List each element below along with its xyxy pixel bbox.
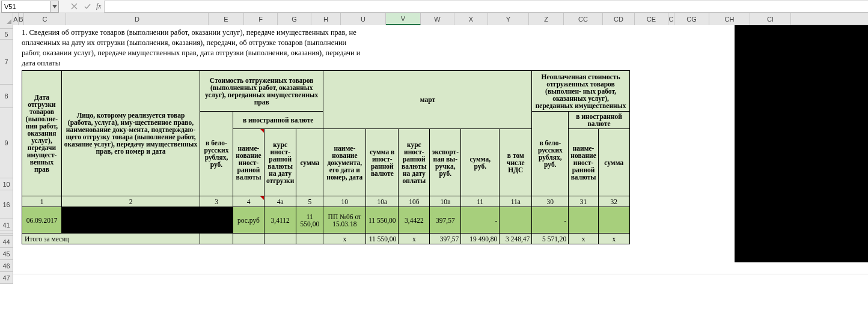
column-header[interactable]: A [13,13,19,25]
cell-sum: 11 550,00 [296,207,323,234]
column-header[interactable]: CC [564,13,603,25]
cell-currency: рос.руб [233,207,264,234]
cancel-formula-button[interactable] [67,1,81,13]
row-header[interactable]: 44 [0,236,13,248]
column-header-row: ABCDEFGHUVWXYZCCCDCECCGCHCI [0,13,868,25]
name-box[interactable]: V51 [1,1,50,13]
main-table: Дата отгрузки товаров (выполне- ния рабо… [22,70,630,244]
col-header-bel2: в бело- русских рублях, руб. [532,112,569,196]
section-title: 1. Сведения об отгрузке товаров (выполне… [22,28,364,68]
cell-doc: ПП №06 от 15.03.18 [323,207,366,234]
col-header-rate-ship: курс иност- ранной валюты на дату отгруз… [264,129,296,196]
col-header-cost-group: Стоимость отгруженных товаров (выполненн… [200,71,323,112]
col-header-sum-rub: сумма, руб. [461,129,500,196]
formula-bar: V51 fx [0,0,868,13]
cells-area[interactable]: 1. Сведения об отгрузке товаров (выполне… [13,25,868,284]
cell-unpaid-cur [569,207,598,234]
col-header-vat: в том числе НДС [500,129,532,196]
fx-label: fx [94,2,104,11]
column-header[interactable]: F [244,13,278,25]
col-header-date: Дата отгрузки товаров (выполне- ния рабо… [22,71,62,196]
column-header[interactable]: C [668,13,674,25]
col-header-doc: наиме- нование документа, его дата и ном… [323,129,366,196]
col-header-cur-name2: наиме- нование иност- ранной валюты [569,129,598,196]
column-header[interactable]: CH [709,13,750,25]
chevron-down-icon [52,5,57,8]
row-header[interactable]: 10 [0,178,13,190]
check-icon [84,3,91,10]
row-header[interactable]: 45 [0,248,13,260]
row-header[interactable]: 8 [0,85,13,108]
column-header[interactable]: Y [488,13,529,25]
column-header[interactable]: Z [529,13,564,25]
column-header[interactable]: X [454,13,488,25]
column-header[interactable]: W [421,13,454,25]
row-header[interactable]: 9 [0,108,13,178]
col-header-foreign-group: в иностранной валюте [233,112,323,129]
out-of-print-area [735,25,868,262]
col-header-person: Лицо, которому реализуется товар (работа… [62,71,200,196]
name-box-dropdown[interactable] [50,1,59,13]
column-header[interactable]: H [311,13,341,25]
col-header-exp: экспорт- ная вы- ручка, руб. [430,129,461,196]
col-header-rate-pay: курс иност- ранной валюты на дату оплаты [399,129,430,196]
column-header[interactable]: CG [674,13,709,25]
column-header[interactable]: C [24,13,66,25]
cell-rate: 3,4112 [264,207,296,234]
total-label: Итого за месяц [22,234,200,244]
column-header[interactable]: E [209,13,244,25]
cell-bel-redacted [200,207,233,234]
col-header-month: март [323,71,532,129]
cell-rate-pay: 3,4422 [399,207,430,234]
cell-person-redacted [62,207,200,234]
col-header-foreign2: в иностранной валюте [569,112,629,129]
row-header[interactable]: 7 [0,40,13,85]
x-icon [71,3,78,10]
row-header[interactable]: 41 [0,219,13,231]
empty-grid-area[interactable] [13,262,868,284]
cell-sum-cur: 11 550,00 [366,207,399,234]
accept-formula-button[interactable] [81,1,94,13]
col-header-sum2: сумма [598,129,629,196]
row-header[interactable]: 46 [0,260,13,272]
data-row: 06.09.2017 рос.руб 3,4112 11 550,00 ПП №… [22,207,630,234]
row-header[interactable]: 47 [0,272,13,284]
column-header[interactable]: U [341,13,386,25]
select-all-triangle[interactable] [0,13,13,25]
row-header[interactable]: 16 [0,190,13,219]
cell-date: 06.09.2017 [22,207,62,234]
row-header[interactable]: 5 [0,29,13,40]
col-header-sum: сумма [296,129,323,196]
column-header[interactable]: CE [635,13,668,25]
row-header-column: 4 5 7 8 9 10 16 41 44 45 46 47 [0,25,13,284]
cell-unpaid-bel: - [532,207,569,234]
col-header-sum-cur: сумма в иност- ранной валюте [366,129,399,196]
cell-sum-rub: - [461,207,500,234]
cell-unpaid-sum [598,207,629,234]
column-header[interactable]: CD [603,13,635,25]
column-header[interactable]: G [278,13,311,25]
col-header-cur-name: наиме- нование иност- ранной валюты [233,129,264,196]
column-header[interactable]: D [66,13,209,25]
col-header-unpaid-group: Неоплаченная стоимость отгруженных товар… [532,71,629,112]
col-header-bel: в бело- русских рублях, руб. [200,112,233,196]
cell-vat [500,207,532,234]
column-header[interactable]: B [19,13,24,25]
total-row: Итого за месяц x 11 550,00 x 397,57 19 4… [22,234,630,244]
column-number-row: 1 2 3 4 4а 5 10 10а 10б 10в 11 11а 30 31 [22,196,630,207]
column-header[interactable]: V [386,13,421,25]
cell-exp: 397,57 [430,207,461,234]
column-header[interactable]: CI [750,13,791,25]
formula-input[interactable] [104,1,868,13]
